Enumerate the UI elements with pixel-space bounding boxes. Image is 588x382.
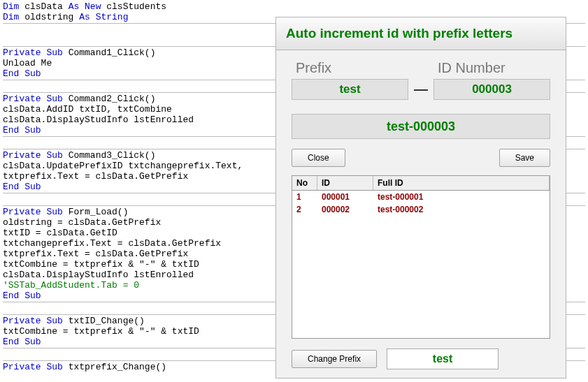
grid-header-full-id[interactable]: Full ID — [373, 176, 550, 190]
code-text: oldstring = clsData.GetPrefix — [3, 217, 161, 228]
grid-cell-id: 000002 — [317, 203, 373, 216]
code-text: clsData.DisplayStudInfo lstEnrolled — [3, 115, 194, 125]
code-comment: 'SSTab_AddStudent.Tab = 0 — [3, 280, 139, 291]
code-keyword: Private Sub — [3, 207, 63, 217]
code-text: Command3_Click() — [63, 150, 156, 161]
prefix-id-row: Prefix test — ID Number 000003 — [292, 60, 550, 100]
code-keyword: Private Sub — [3, 150, 63, 161]
grid-header: No ID Full ID — [292, 176, 550, 191]
close-button[interactable]: Close — [292, 149, 345, 167]
prefix-value-box: test — [292, 79, 408, 100]
id-column: ID Number 000003 — [433, 60, 550, 100]
code-text: txtchangeprefix.Text = clsData.GetPrefix — [3, 238, 221, 249]
grid-cell-full-id: test-000002 — [373, 203, 550, 216]
code-text: Command2_Click() — [63, 94, 156, 104]
code-keyword: End Sub — [3, 337, 41, 347]
code-keyword: End Sub — [3, 182, 41, 192]
id-value-box: 000003 — [433, 79, 550, 100]
change-prefix-button[interactable]: Change Prefix — [292, 350, 377, 368]
code-text: txtCombine = txtprefix & "-" & txtID — [3, 326, 199, 337]
code-keyword: Private Sub — [3, 47, 63, 58]
records-grid[interactable]: No ID Full ID 1 000001 test-000001 2 000… — [292, 175, 550, 339]
code-text: txtprefix_Change() — [63, 362, 166, 372]
dash-separator: — — [414, 81, 428, 97]
code-keyword: As New — [69, 1, 101, 12]
button-row-top: Close Save — [292, 149, 550, 167]
code-keyword: End Sub — [3, 291, 41, 301]
change-prefix-row: Change Prefix — [292, 348, 550, 369]
code-keyword: Dim — [3, 1, 19, 12]
code-keyword: Dim — [3, 12, 19, 22]
save-button[interactable]: Save — [499, 149, 550, 167]
prefix-column: Prefix test — [292, 60, 408, 100]
table-row[interactable]: 1 000001 test-000001 — [292, 191, 550, 203]
change-prefix-input[interactable] — [387, 348, 499, 369]
code-text: clsStudents — [101, 1, 166, 12]
dialog-title: Auto increment id with prefix letters — [276, 17, 566, 50]
grid-cell-no: 1 — [292, 191, 317, 203]
grid-header-id[interactable]: ID — [317, 176, 373, 190]
code-keyword: Private Sub — [3, 316, 63, 326]
code-keyword: Private Sub — [3, 94, 63, 104]
code-text: clsData.DisplayStudInfo lstEnrolled — [3, 270, 194, 280]
combined-id-box: test-000003 — [292, 114, 550, 139]
dialog-body: Prefix test — ID Number 000003 test-0000… — [276, 50, 566, 378]
code-text: txtprefix.Text = clsData.GetPrefix — [3, 249, 188, 259]
code-text: txtID = clsData.GetID — [3, 228, 117, 238]
code-text: txtCombine = txtprefix & "-" & txtID — [3, 259, 199, 270]
auto-increment-dialog: Auto increment id with prefix letters Pr… — [275, 17, 566, 379]
code-text: clsData — [19, 1, 68, 12]
code-keyword: Private Sub — [3, 362, 63, 372]
code-text: Form_Load() — [63, 207, 129, 217]
code-keyword: End Sub — [3, 68, 41, 79]
grid-cell-full-id: test-000001 — [373, 191, 550, 203]
grid-cell-id: 000001 — [317, 191, 373, 203]
code-text: txtID_Change() — [63, 316, 145, 326]
code-text: oldstring — [19, 12, 79, 22]
id-number-label: ID Number — [433, 60, 550, 76]
prefix-label: Prefix — [292, 60, 408, 76]
code-text: clsData.AddID txtID, txtCombine — [3, 104, 172, 115]
code-text: clsData.UpdatePrefixID txtchangeprefix.T… — [3, 161, 248, 171]
table-row[interactable]: 2 000002 test-000002 — [292, 203, 550, 216]
code-text: txtprefix.Text = clsData.GetPrefix — [3, 171, 188, 182]
grid-cell-no: 2 — [292, 203, 317, 216]
code-keyword: As String — [79, 12, 128, 22]
code-keyword: End Sub — [3, 125, 41, 135]
code-text: Unload Me — [3, 58, 52, 68]
code-text: Command1_Click() — [63, 47, 156, 58]
grid-header-no[interactable]: No — [292, 176, 317, 190]
